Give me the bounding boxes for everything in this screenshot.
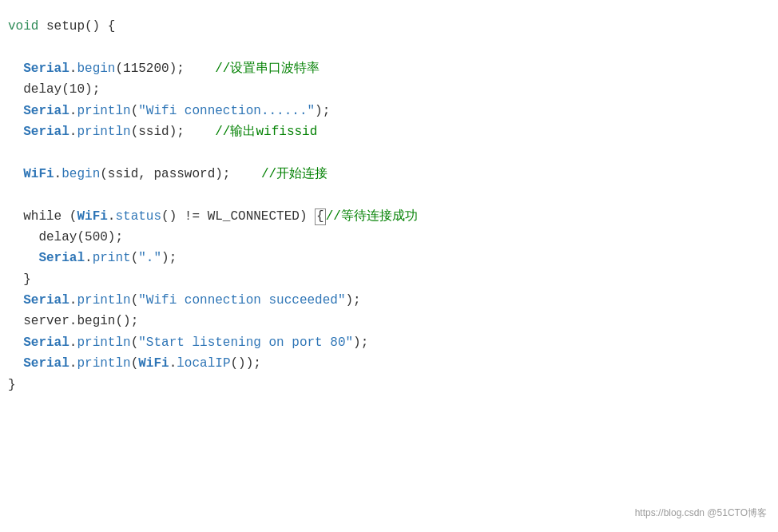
- method-status: status: [115, 209, 161, 224]
- keyword-serial-3: Serial: [23, 125, 69, 139]
- method-print: print: [93, 251, 131, 265]
- code-line-println2: Serial.println(ssid); //输出wifissid: [8, 121, 770, 142]
- method-println-4: println: [77, 335, 130, 350]
- text-paren-open-5: (: [131, 356, 139, 371]
- method-println-2: println: [77, 125, 130, 139]
- code-line-serial-localip: Serial.println(WiFi.localIP());: [8, 353, 770, 374]
- keyword-server: server: [23, 314, 69, 328]
- code-line-wifi-begin: WiFi.begin(ssid, password); //开始连接: [8, 164, 770, 185]
- code-line-server-begin: server.begin();: [8, 311, 770, 332]
- code-line-void-setup: void setup() {: [8, 16, 770, 37]
- text-delay1-args: (10);: [62, 82, 100, 97]
- string-succeeded: "Wifi connection succeeded": [138, 293, 345, 308]
- text-begin-args: (115200);: [115, 62, 215, 76]
- text-close-while-brace: }: [23, 272, 31, 287]
- watermark: https://blog.csdn @51CTO博客: [635, 506, 767, 521]
- text-dot-10: .: [69, 356, 77, 371]
- text-dot-9: .: [69, 335, 77, 350]
- code-line-delay1: delay(10);: [8, 79, 770, 100]
- text-close-setup-brace: }: [8, 378, 16, 392]
- code-line-while: while (WiFi.status() != WL_CONNECTED) {/…: [8, 206, 770, 227]
- text-server-begin-args: ();: [115, 314, 138, 328]
- text-paren-open-2: (: [131, 251, 139, 265]
- method-localip: localIP: [177, 356, 230, 371]
- text-dot-3: .: [69, 125, 77, 139]
- keyword-void: void: [8, 19, 38, 34]
- text-paren-close-1: );: [315, 104, 330, 118]
- text-paren-close-3: );: [346, 293, 361, 308]
- text-paren-open-3: (: [131, 293, 139, 308]
- code-line-blank2: [8, 142, 770, 163]
- text-paren-close-4: );: [353, 335, 368, 350]
- code-line-blank3: [8, 185, 770, 205]
- code-line-serial-print: Serial.print(".");: [8, 248, 770, 268]
- text-dot-4: .: [54, 167, 62, 181]
- code-line-delay2: delay(500);: [8, 227, 770, 248]
- text-dot-5: .: [108, 209, 116, 224]
- keyword-wifi-2: WiFi: [77, 209, 107, 224]
- brace-open: {: [315, 208, 326, 225]
- comment-connect: //开始连接: [261, 167, 327, 181]
- method-server-begin: begin: [77, 314, 115, 328]
- keyword-delay-2: delay: [38, 230, 77, 244]
- code-line-serial-begin: Serial.begin(115200); //设置串口波特率: [8, 58, 770, 79]
- keyword-while: while: [23, 209, 62, 224]
- method-println-1: println: [77, 104, 130, 118]
- keyword-wifi-3: WiFi: [138, 356, 169, 371]
- code-line-close-setup: }: [8, 375, 770, 395]
- method-println-5: println: [77, 356, 130, 371]
- keyword-serial-6: Serial: [23, 335, 69, 350]
- keyword-serial-1: Serial: [23, 62, 69, 76]
- text-paren-close-2: );: [161, 251, 177, 265]
- keyword-serial-7: Serial: [23, 356, 69, 371]
- method-println-3: println: [77, 293, 130, 308]
- comment-wait: //等待连接成功: [326, 209, 418, 224]
- string-wifi-conn: "Wifi connection......": [138, 104, 315, 118]
- code-line-close-while: }: [8, 269, 770, 290]
- code-line-serial-succeeded: Serial.println("Wifi connection succeede…: [8, 290, 770, 311]
- code-line-println1: Serial.println("Wifi connection......");: [8, 101, 770, 121]
- code-line-blank1: [8, 37, 770, 58]
- text-dot-8: .: [69, 314, 77, 328]
- text-dot-11: .: [169, 356, 177, 371]
- keyword-serial-5: Serial: [23, 293, 69, 308]
- text-wifi-args: (ssid, password);: [100, 167, 261, 181]
- text-dot-6: .: [85, 251, 93, 265]
- method-wifi-begin: begin: [62, 167, 100, 181]
- method-begin-1: begin: [77, 62, 115, 76]
- text-paren-open-4: (: [131, 335, 139, 350]
- comment-ssid: //输出wifissid: [215, 125, 317, 139]
- string-dot: ".": [138, 251, 161, 265]
- text-dot-1: .: [69, 62, 77, 76]
- keyword-serial-4: Serial: [38, 251, 85, 265]
- string-port: "Start listening on port 80": [138, 335, 353, 350]
- text-dot-2: .: [69, 104, 77, 118]
- text-setup: setup() {: [38, 19, 115, 34]
- text-localip-args: ());: [230, 356, 260, 371]
- keyword-wifi-1: WiFi: [23, 167, 54, 181]
- keyword-serial-2: Serial: [23, 104, 69, 118]
- text-ssid-args: (ssid);: [131, 125, 216, 139]
- text-dot-7: .: [69, 293, 77, 308]
- text-while-open: (: [62, 209, 77, 224]
- code-container: void setup() { Serial.begin(115200); //设…: [0, 0, 778, 532]
- text-delay2-args: (500);: [77, 230, 123, 244]
- text-paren-open-1: (: [131, 104, 139, 118]
- code-line-serial-port: Serial.println("Start listening on port …: [8, 332, 770, 353]
- text-status-args: () != WL_CONNECTED): [161, 209, 315, 224]
- comment-baud: //设置串口波特率: [215, 62, 320, 76]
- keyword-delay-1: delay: [23, 82, 62, 97]
